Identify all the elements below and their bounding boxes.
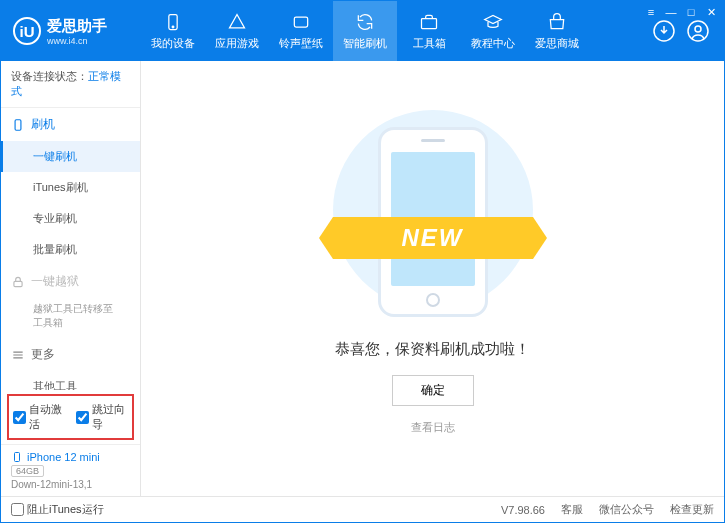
nav-tab-store[interactable]: 爱思商城 [525, 1, 589, 61]
checkbox-input[interactable] [11, 503, 24, 516]
phone-speaker [421, 139, 445, 142]
checkbox-auto-activate[interactable]: 自动激活 [13, 402, 66, 432]
sidebar-item-itunes[interactable]: iTunes刷机 [1, 172, 140, 203]
device-name-text: iPhone 12 mini [27, 451, 100, 463]
sidebar-item-oneclick[interactable]: 一键刷机 [1, 141, 140, 172]
update-link[interactable]: 检查更新 [670, 502, 714, 517]
titlebar: iU 爱思助手 www.i4.cn 我的设备 应用游戏 铃声壁纸 智能刷机 工具… [1, 1, 724, 61]
nav-label: 爱思商城 [535, 36, 579, 51]
phone-home-button [426, 293, 440, 307]
device-box[interactable]: iPhone 12 mini 64GB Down-12mini-13,1 [1, 444, 140, 496]
svg-rect-7 [15, 119, 21, 130]
group-label: 一键越狱 [31, 273, 79, 290]
close-icon[interactable]: ✕ [704, 5, 718, 19]
menu-lines-icon [11, 348, 25, 362]
svg-rect-8 [14, 281, 22, 286]
wechat-link[interactable]: 微信公众号 [599, 502, 654, 517]
maximize-icon[interactable]: □ [684, 5, 698, 19]
nav-tab-apps[interactable]: 应用游戏 [205, 1, 269, 61]
main-content: NEW 恭喜您，保资料刷机成功啦！ 确定 查看日志 [141, 61, 724, 496]
checkbox-label: 自动激活 [29, 402, 66, 432]
sidebar-item-pro[interactable]: 专业刷机 [1, 203, 140, 234]
svg-rect-2 [294, 17, 307, 27]
device-firmware: Down-12mini-13,1 [11, 479, 130, 490]
conn-label: 设备连接状态： [11, 70, 88, 82]
user-icons [652, 19, 724, 43]
window-controls: ≡ — □ ✕ [644, 5, 718, 19]
phone-illustration: NEW [363, 122, 503, 322]
device-name: iPhone 12 mini [11, 451, 130, 463]
nav-label: 铃声壁纸 [279, 36, 323, 51]
nav-tabs: 我的设备 应用游戏 铃声壁纸 智能刷机 工具箱 教程中心 爱思商城 [141, 1, 652, 61]
app-name: 爱思助手 [47, 17, 107, 36]
version-label: V7.98.66 [501, 504, 545, 516]
user-icon[interactable] [686, 19, 710, 43]
group-label: 更多 [31, 346, 55, 363]
nav-tab-device[interactable]: 我的设备 [141, 1, 205, 61]
svg-point-6 [695, 26, 701, 32]
sidebar: 设备连接状态：正常模式 刷机 一键刷机 iTunes刷机 专业刷机 批量刷机 一… [1, 61, 141, 496]
group-flash[interactable]: 刷机 [1, 108, 140, 141]
sidebar-item-othertools[interactable]: 其他工具 [1, 371, 140, 390]
view-log-link[interactable]: 查看日志 [411, 420, 455, 435]
svg-rect-9 [15, 453, 20, 462]
sidebar-item-batch[interactable]: 批量刷机 [1, 234, 140, 265]
svg-point-1 [172, 26, 174, 28]
checkbox-input[interactable] [13, 411, 26, 424]
checkbox-input[interactable] [76, 411, 89, 424]
nav-label: 工具箱 [413, 36, 446, 51]
nav-label: 应用游戏 [215, 36, 259, 51]
checkbox-label: 跳过向导 [92, 402, 129, 432]
menu-icon[interactable]: ≡ [644, 5, 658, 19]
nav-label: 智能刷机 [343, 36, 387, 51]
checkbox-label: 阻止iTunes运行 [27, 502, 104, 517]
svg-rect-3 [422, 18, 437, 28]
phone-icon [11, 118, 25, 132]
app-window: iU 爱思助手 www.i4.cn 我的设备 应用游戏 铃声壁纸 智能刷机 工具… [0, 0, 725, 523]
checkbox-highlight: 自动激活 跳过向导 [7, 394, 134, 440]
lock-icon [11, 275, 25, 289]
logo-area: iU 爱思助手 www.i4.cn [1, 17, 141, 46]
download-icon[interactable] [652, 19, 676, 43]
nav-tab-toolbox[interactable]: 工具箱 [397, 1, 461, 61]
group-more[interactable]: 更多 [1, 338, 140, 371]
nav-label: 教程中心 [471, 36, 515, 51]
nav-tab-tutorials[interactable]: 教程中心 [461, 1, 525, 61]
group-label: 刷机 [31, 116, 55, 133]
sidebar-scroll: 刷机 一键刷机 iTunes刷机 专业刷机 批量刷机 一键越狱 越狱工具已转移至… [1, 108, 140, 390]
connection-status: 设备连接状态：正常模式 [1, 61, 140, 108]
checkbox-block-itunes[interactable]: 阻止iTunes运行 [11, 502, 104, 517]
jailbreak-note: 越狱工具已转移至 工具箱 [1, 298, 140, 338]
phone-icon [11, 451, 23, 463]
service-link[interactable]: 客服 [561, 502, 583, 517]
new-ribbon: NEW [333, 217, 533, 259]
checkbox-skip-guide[interactable]: 跳过向导 [76, 402, 129, 432]
success-message: 恭喜您，保资料刷机成功啦！ [335, 340, 530, 359]
nav-label: 我的设备 [151, 36, 195, 51]
app-url: www.i4.cn [47, 36, 107, 46]
svg-point-5 [688, 21, 708, 41]
nav-tab-flash[interactable]: 智能刷机 [333, 1, 397, 61]
body: 设备连接状态：正常模式 刷机 一键刷机 iTunes刷机 专业刷机 批量刷机 一… [1, 61, 724, 496]
logo-icon: iU [13, 17, 41, 45]
statusbar: 阻止iTunes运行 V7.98.66 客服 微信公众号 检查更新 [1, 496, 724, 522]
nav-tab-ringtones[interactable]: 铃声壁纸 [269, 1, 333, 61]
ok-button[interactable]: 确定 [392, 375, 474, 406]
minimize-icon[interactable]: — [664, 5, 678, 19]
device-storage: 64GB [11, 465, 44, 477]
group-jailbreak[interactable]: 一键越狱 [1, 265, 140, 298]
